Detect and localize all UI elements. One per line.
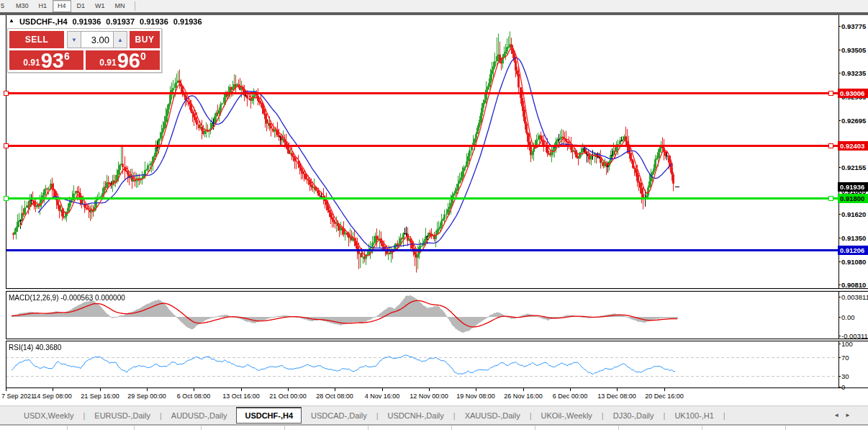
status-grid-divider [134, 426, 135, 430]
volume-decrease-button[interactable]: ▼ [67, 31, 81, 48]
timeframe-toolbar: 5 M30 H1 H4 D1 W1 MN [0, 0, 868, 12]
status-grid-divider [535, 426, 535, 430]
status-grid-divider [785, 426, 786, 430]
price-level-label-0.91206[interactable]: 0.91206 [838, 246, 868, 255]
tab-ukoil-weekly[interactable]: UKOil-,Weekly [532, 408, 602, 423]
time-axis-label: 29 Sep 00:00 [122, 393, 171, 400]
level-line-handle[interactable] [828, 143, 833, 148]
macd-axis-tick-label: 0.00 [841, 313, 868, 321]
tab-xauusd-daily[interactable]: XAUUSD-,Daily [456, 408, 530, 423]
timeframe-w1-button[interactable]: W1 [91, 1, 109, 12]
price-level-label-0.91800[interactable]: 0.91800 [838, 194, 868, 203]
chart-left-border [6, 15, 6, 388]
ohlc-low: 0.91936 [140, 17, 168, 26]
price-level-label-0.93006[interactable]: 0.93006 [838, 89, 868, 98]
time-axis-label: 20 Dec 16:00 [640, 393, 689, 400]
level-line-handle[interactable] [828, 196, 833, 201]
buy-price-box[interactable]: 0.91 96 0 [86, 50, 160, 70]
time-axis-label: 14 Sep 08:00 [28, 393, 77, 400]
tab-usdchf-h4[interactable]: USDCHF-,H4 [236, 408, 302, 424]
status-grid-divider [368, 426, 369, 430]
time-axis-label: 21 Oct 00:00 [263, 393, 312, 400]
tab-uk100-h1[interactable]: UK100-,H1 [665, 408, 723, 423]
tab-usdcnh-daily[interactable]: USDCNH-,Daily [379, 408, 453, 423]
time-axis-label: 26 Nov 16:00 [499, 393, 548, 400]
level-line-handle[interactable] [4, 91, 9, 96]
time-axis-label: 6 Dec 00:00 [546, 393, 595, 400]
price-axis-tick-label: 0.93505 [841, 46, 868, 54]
volume-input[interactable]: 3.00 [81, 31, 114, 48]
status-grid-divider [702, 426, 702, 430]
symbol-tab-bar: USDX,Weekly | EURUSD-,Daily | AUDUSD-,Da… [0, 406, 868, 425]
timeframe-h4-button[interactable]: H4 [53, 0, 71, 12]
chart-ohlc-header: ▲ USDCHF-,H4 0.91936 0.91937 0.91936 0.9… [9, 17, 202, 26]
horizontal-level-line-0.91800[interactable] [6, 197, 838, 200]
time-axis-label: 6 Oct 08:00 [169, 393, 218, 400]
price-level-label-0.92403[interactable]: 0.92403 [838, 141, 868, 151]
buy-price-pip: 0 [140, 50, 146, 62]
tab-usdcad-daily[interactable]: USDCAD-,Daily [302, 408, 376, 423]
level-line-handle[interactable] [828, 91, 833, 96]
time-axis-label: 4 Nov 16:00 [358, 393, 407, 400]
time-axis-tick-mark [335, 388, 335, 391]
time-axis-label: 21 Sep 16:00 [76, 393, 125, 400]
price-axis-tick-label: 0.91080 [841, 258, 868, 266]
sell-price-box[interactable]: 0.91 93 6 [9, 50, 83, 70]
macd-indicator-canvas[interactable] [6, 292, 838, 339]
ohlc-open: 0.91936 [73, 17, 101, 26]
tab-scroll-arrows: ◄► [833, 412, 856, 418]
price-axis-tick-label: 0.93235 [841, 69, 868, 77]
time-axis-label: 13 Dec 08:00 [592, 393, 641, 400]
status-grid-divider [67, 426, 68, 430]
ohlc-close: 0.91936 [173, 17, 202, 26]
time-axis-tick-mark [147, 388, 148, 391]
timeframe-m30-button[interactable]: M30 [12, 1, 33, 12]
buy-price-big-digits: 96 [117, 51, 140, 70]
level-line-handle[interactable] [4, 196, 9, 201]
volume-increase-button[interactable]: ▲ [113, 31, 127, 48]
sell-price-big-digits: 93 [41, 51, 64, 70]
horizontal-level-line-0.92403[interactable] [6, 145, 838, 147]
macd-top-border [6, 291, 868, 292]
time-axis-tick-mark [53, 388, 53, 391]
tab-eurusd-daily[interactable]: EURUSD-,Daily [85, 408, 160, 423]
rsi-indicator-canvas[interactable] [6, 341, 838, 388]
sell-price-pip: 6 [64, 50, 70, 62]
time-axis-label: 28 Oct 08:00 [310, 393, 359, 400]
tab-usdx-weekly[interactable]: USDX,Weekly [14, 408, 83, 423]
sell-button[interactable]: SELL [9, 31, 64, 48]
time-axis-tick-mark [382, 388, 383, 391]
time-axis-label: 19 Nov 08:00 [451, 393, 500, 400]
time-axis-tick-mark [476, 388, 476, 391]
time-axis-tick-mark [617, 388, 618, 391]
sell-price-prefix: 0.91 [23, 58, 40, 68]
tab-scroll-left-icon[interactable]: ◄ [833, 412, 845, 418]
status-grid-row [0, 425, 868, 430]
horizontal-level-line-0.91206[interactable] [6, 249, 838, 251]
price-axis-tick-label: 0.93775 [841, 22, 868, 30]
time-axis-tick-mark [194, 388, 194, 391]
tab-separator: | [723, 411, 725, 420]
price-axis-tick-label: 0.92155 [841, 164, 868, 171]
status-grid-divider [284, 426, 285, 430]
chart-marker-icon: ▲ [9, 17, 14, 24]
time-axis-tick-mark [241, 388, 242, 391]
time-axis-tick-mark [664, 388, 665, 391]
timeframe-h1-button[interactable]: H1 [35, 1, 52, 12]
tab-dj30-daily[interactable]: DJ30-,Daily [604, 408, 664, 423]
tab-audusd-daily[interactable]: AUDUSD-,Daily [162, 408, 237, 423]
horizontal-level-line-0.93006[interactable] [6, 92, 838, 94]
current-price-label: 0.91936 [838, 182, 868, 192]
timeframe-m5-button[interactable]: 5 [0, 1, 10, 12]
timeframe-mn-button[interactable]: MN [111, 1, 130, 12]
macd-axis-tick-label: 0.003811 [841, 293, 868, 301]
rsi-label: RSI(14) 40.3680 [9, 344, 61, 351]
buy-button[interactable]: BUY [130, 31, 160, 48]
level-line-handle[interactable] [4, 143, 9, 148]
time-axis-label: 13 Oct 16:00 [217, 393, 266, 400]
status-grid-divider [451, 426, 452, 430]
tab-scroll-right-icon[interactable]: ► [845, 412, 856, 418]
timeframe-d1-button[interactable]: D1 [73, 1, 90, 12]
rsi-top-border [6, 341, 868, 341]
price-axis-tick-label: 0.92695 [841, 117, 868, 125]
